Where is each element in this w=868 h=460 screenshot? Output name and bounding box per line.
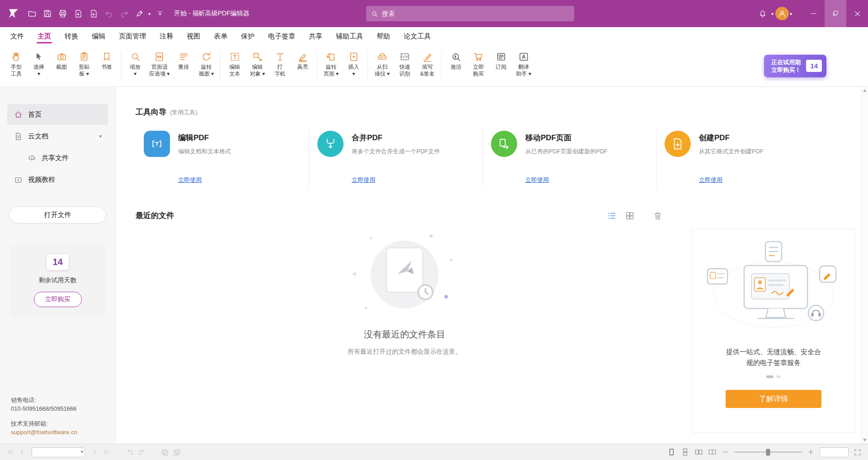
fullscreen-icon[interactable]	[854, 448, 862, 456]
tile-pages-alt-icon[interactable]	[173, 448, 181, 456]
close-button[interactable]	[846, 0, 868, 27]
use-now-link[interactable]: 立即使用	[699, 176, 722, 184]
ribbon-zoom[interactable]: 缩放▾	[124, 48, 146, 79]
carousel-dot[interactable]	[776, 375, 781, 378]
print-icon[interactable]	[55, 6, 71, 21]
ribbon-activate[interactable]: 激活	[445, 48, 467, 72]
save-icon[interactable]	[40, 6, 55, 21]
learn-more-button[interactable]: 了解详情	[726, 390, 821, 408]
ribbon-clipboard[interactable]: 剪贴板 ▾	[73, 48, 95, 79]
notifications-bell-icon[interactable]	[755, 6, 770, 21]
restore-button[interactable]	[825, 0, 846, 27]
menu-tab-esign[interactable]: 电子签章	[261, 27, 302, 45]
ribbon-quick-ocr[interactable]: OCR 快速识别	[394, 48, 415, 79]
use-now-link[interactable]: 立即使用	[525, 176, 549, 184]
open-file-button[interactable]: 打开文件	[9, 206, 106, 223]
menu-tab-page-organize[interactable]: 页面管理	[112, 27, 153, 45]
support-email-link[interactable]: support@foxitsoftware.cn	[11, 428, 104, 436]
use-now-link[interactable]: 立即使用	[352, 176, 375, 184]
sidebar-item-shared-files[interactable]: 共享文件	[7, 147, 108, 168]
menu-tab-paper-tools[interactable]: 论文工具	[397, 27, 438, 45]
first-page-icon[interactable]	[6, 448, 14, 456]
previous-page-icon[interactable]	[18, 448, 26, 456]
ribbon-insert-pages[interactable]: 插入▾	[343, 48, 364, 79]
sidebar-item-cloud-docs[interactable]: 云文档 ▾	[7, 126, 108, 147]
continuous-view-icon[interactable]	[681, 448, 689, 456]
last-page-icon[interactable]	[102, 448, 110, 456]
ribbon-select[interactable]: 选择▾	[28, 48, 50, 79]
ribbon-rotate-view[interactable]: 旋转视图 ▾	[195, 48, 217, 79]
ribbon-subscribe[interactable]: 订阅	[490, 48, 512, 72]
ribbon-edit-object[interactable]: 编辑对象 ▾	[246, 48, 268, 79]
ribbon-translate-assistant[interactable]: 翻译助手 ▾	[513, 48, 534, 79]
menu-tab-protect[interactable]: 保护	[234, 27, 261, 45]
menu-tab-home[interactable]: 主页	[31, 27, 58, 45]
menu-tab-form[interactable]: 表单	[207, 27, 234, 45]
sidebar-item-home[interactable]: 首页	[7, 104, 108, 125]
ribbon-typewriter[interactable]: 打字机	[269, 48, 291, 79]
menu-tab-view[interactable]: 视图	[180, 27, 207, 45]
menu-tab-comment[interactable]: 注释	[153, 27, 180, 45]
ribbon-snapshot[interactable]: 截图	[51, 48, 72, 72]
page-number-box[interactable]: ▾	[32, 447, 85, 457]
card-create-pdf[interactable]: 创建PDF 从其它格式文件创建PDF 立即使用	[656, 129, 830, 189]
next-page-icon[interactable]	[90, 448, 99, 456]
tile-pages-icon[interactable]	[161, 448, 169, 456]
search-input[interactable]	[382, 10, 570, 17]
menu-tab-accessibility[interactable]: 辅助工具	[329, 27, 370, 45]
ribbon-fit-options[interactable]: 页面适应选项 ▾	[147, 48, 172, 79]
card-edit-pdf[interactable]: 编辑PDF 编辑文档和文本格式 立即使用	[136, 129, 309, 189]
ribbon-reflow[interactable]: 重排	[173, 48, 194, 72]
zoom-slider-thumb[interactable]	[766, 449, 770, 455]
ribbon-rotate-pages[interactable]: 旋转页面 ▾	[320, 48, 342, 79]
next-view-icon[interactable]	[137, 448, 146, 456]
page-number-input[interactable]	[32, 447, 85, 457]
cloud-docs-chevron-icon[interactable]: ▾	[99, 133, 102, 139]
ribbon-buy-now[interactable]: 立即购买	[467, 48, 489, 79]
grid-view-icon[interactable]	[625, 211, 635, 221]
carousel-dots[interactable]	[766, 375, 781, 378]
search-bar[interactable]	[366, 6, 574, 21]
buy-now-button[interactable]: 立即购买	[34, 292, 82, 307]
ribbon-highlight[interactable]: 高亮	[292, 48, 313, 72]
sidebar-item-video-tutorials[interactable]: 视频教程	[7, 169, 108, 190]
ribbon-from-scanner[interactable]: 从扫描仪 ▾	[371, 48, 393, 79]
trial-period-badge[interactable]: 正在试用期 立即购买！ 14	[764, 55, 826, 77]
esign-quick-icon[interactable]	[132, 6, 147, 21]
card-merge-pdf[interactable]: 合并PDF 将多个文件合并生成一个PDF文件 立即使用	[309, 129, 482, 189]
customize-toolbar-icon[interactable]	[152, 6, 168, 21]
use-now-link[interactable]: 立即使用	[178, 176, 202, 184]
ribbon-fill-sign[interactable]: 填写&签名	[416, 48, 438, 79]
bell-chevron-icon[interactable]: ▾	[771, 11, 774, 16]
scroll-down-arrow-icon[interactable]	[863, 439, 867, 441]
user-avatar[interactable]	[775, 7, 789, 20]
menu-tab-help[interactable]: 帮助	[370, 27, 397, 45]
vertical-scrollbar[interactable]	[861, 87, 868, 444]
page-box-chevron-icon[interactable]: ▾	[81, 449, 83, 454]
scroll-up-arrow-icon[interactable]	[863, 89, 867, 92]
zoom-percent-box[interactable]	[820, 447, 849, 457]
redo-icon[interactable]	[117, 6, 132, 21]
zoom-out-icon[interactable]	[722, 448, 729, 456]
create-pdf-icon[interactable]	[86, 6, 101, 21]
zoom-slider[interactable]	[734, 451, 802, 453]
menu-tab-share[interactable]: 共享	[302, 27, 329, 45]
ribbon-hand-tool[interactable]: 手型工具	[5, 48, 27, 79]
single-page-view-icon[interactable]	[667, 448, 676, 456]
menu-tab-edit[interactable]: 编辑	[85, 27, 112, 45]
menu-tab-file[interactable]: 文件	[4, 27, 31, 45]
trash-icon[interactable]	[653, 211, 663, 221]
zoom-in-icon[interactable]	[807, 448, 815, 456]
open-file-icon[interactable]	[24, 6, 40, 21]
previous-view-icon[interactable]	[126, 448, 134, 456]
book-view-icon[interactable]	[708, 448, 717, 456]
card-move-pdf-pages[interactable]: 移动PDF页面 从已有的PDF页面创建新的PDF 立即使用	[482, 129, 656, 189]
ribbon-bookmark[interactable]: 书签	[96, 48, 118, 72]
carousel-dot-active[interactable]	[766, 375, 774, 378]
esign-chevron-icon[interactable]: ▾	[148, 11, 151, 16]
undo-icon[interactable]	[101, 6, 117, 21]
ribbon-edit-text[interactable]: 编辑文本	[224, 48, 245, 79]
export-pdf-icon[interactable]	[71, 6, 86, 21]
list-view-icon[interactable]	[607, 211, 617, 221]
minimize-button[interactable]	[803, 0, 825, 27]
